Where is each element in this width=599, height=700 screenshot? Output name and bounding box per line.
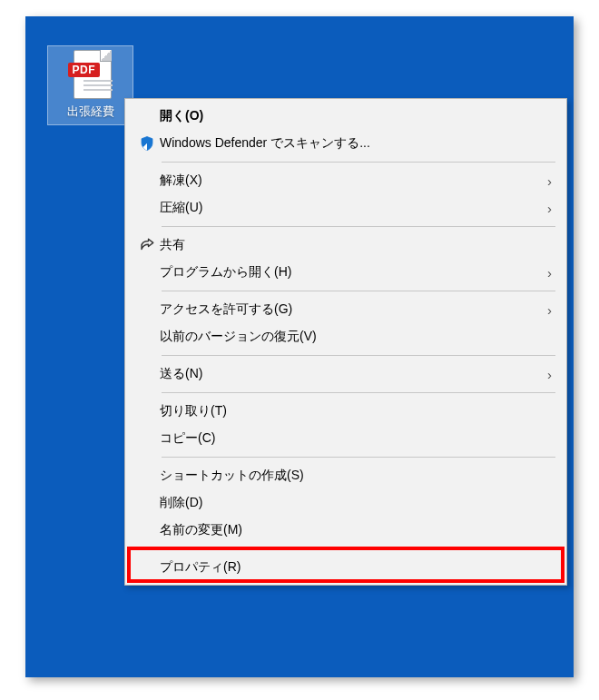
menu-extract[interactable]: 解凍(X) ›: [125, 167, 566, 194]
menu-grant-access[interactable]: アクセスを許可する(G) ›: [125, 296, 566, 323]
chevron-right-icon: ›: [539, 173, 552, 189]
blank-icon: [134, 467, 160, 485]
menu-send-to[interactable]: 送る(N) ›: [125, 360, 566, 388]
menu-properties[interactable]: プロパティ(R): [125, 554, 566, 581]
blank-icon: [134, 521, 160, 539]
context-menu: 開く(O) Windows Defender でスキャンする... 解凍(X) …: [124, 98, 567, 586]
pdf-document-icon: PDF: [68, 50, 113, 101]
separator: [162, 355, 555, 356]
separator: [162, 291, 555, 291]
menu-compress[interactable]: 圧縮(U) ›: [125, 194, 566, 222]
file-name-label: 出張経費: [50, 104, 131, 119]
menu-copy[interactable]: コピー(C): [125, 425, 566, 452]
menu-share[interactable]: 共有: [125, 232, 566, 259]
blank-icon: [134, 199, 160, 217]
blank-icon: [134, 107, 160, 125]
blank-icon: [134, 402, 160, 420]
blank-icon: [134, 328, 160, 346]
chevron-right-icon: ›: [539, 367, 552, 382]
desktop-area: PDF 出張経費 開く(O) Windows Defender でスキャンする.…: [25, 16, 574, 677]
blank-icon: [134, 365, 160, 383]
menu-open[interactable]: 開く(O): [125, 103, 566, 130]
separator: [162, 162, 555, 163]
chevron-right-icon: ›: [539, 302, 552, 318]
menu-create-shortcut[interactable]: ショートカットの作成(S): [125, 462, 566, 489]
separator: [162, 226, 555, 227]
separator: [162, 548, 555, 549]
separator: [162, 457, 555, 458]
menu-rename[interactable]: 名前の変更(M): [125, 517, 566, 544]
blank-icon: [134, 301, 160, 319]
pdf-badge: PDF: [68, 63, 101, 77]
menu-cut[interactable]: 切り取り(T): [125, 398, 566, 425]
menu-restore-previous[interactable]: 以前のバージョンの復元(V): [125, 323, 566, 350]
separator: [162, 392, 555, 393]
blank-icon: [134, 494, 160, 512]
share-icon: [134, 236, 160, 254]
menu-open-with[interactable]: プログラムから開く(H) ›: [125, 259, 566, 286]
blank-icon: [134, 172, 160, 190]
blank-icon: [134, 263, 160, 281]
menu-delete[interactable]: 削除(D): [125, 489, 566, 517]
blank-icon: [134, 558, 160, 577]
blank-icon: [134, 429, 160, 448]
pdf-file-icon[interactable]: PDF 出張経費: [47, 45, 133, 125]
chevron-right-icon: ›: [539, 201, 552, 216]
defender-shield-icon: [134, 134, 160, 153]
menu-defender-scan[interactable]: Windows Defender でスキャンする...: [125, 130, 566, 157]
chevron-right-icon: ›: [539, 265, 552, 281]
